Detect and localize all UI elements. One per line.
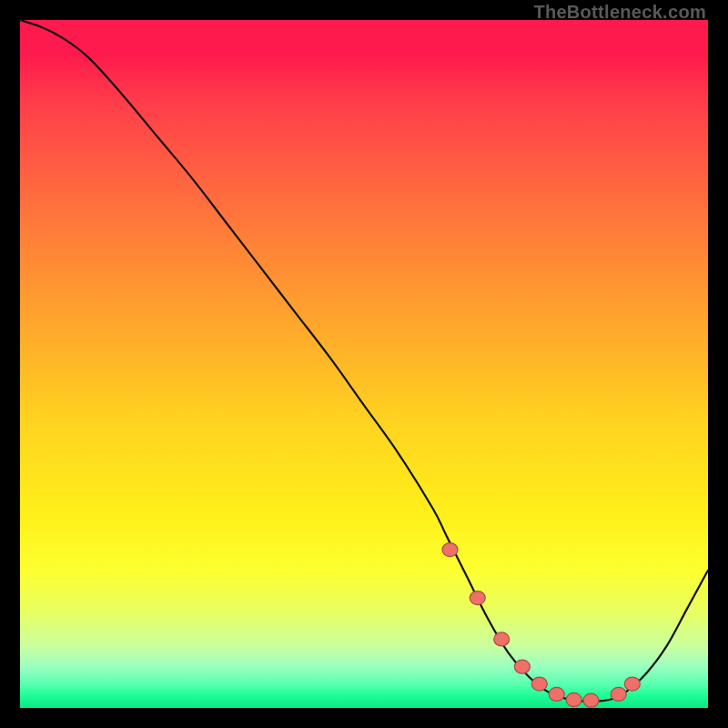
data-marker	[549, 687, 564, 701]
data-marker	[442, 543, 458, 557]
data-marker	[624, 677, 640, 691]
data-marker	[494, 632, 510, 646]
data-marker	[611, 687, 626, 701]
main-curve	[20, 20, 708, 702]
chart-frame: TheBottleneck.com	[0, 0, 728, 728]
data-marker	[583, 693, 599, 707]
data-marker	[566, 693, 581, 706]
chart-svg	[20, 20, 708, 708]
marker-group	[442, 543, 640, 708]
data-marker	[514, 660, 530, 673]
data-marker	[470, 592, 485, 605]
data-marker	[531, 677, 547, 691]
plot-area	[20, 20, 708, 708]
